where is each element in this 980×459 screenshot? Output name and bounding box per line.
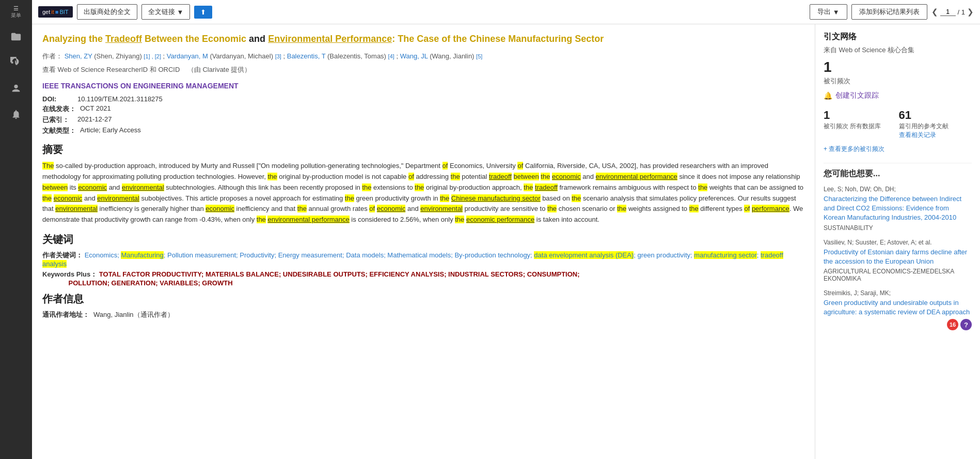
journal-name: IEEE TRANSACTIONS ON ENGINEERING MANAGEM… [42, 82, 804, 90]
recommend-item-1: Lee, S; Noh, DW; Oh, DH; Characterizing … [824, 186, 972, 232]
recommend-3-authors: Streimikis, J; Saraji, MK; [824, 289, 972, 297]
author3-refs[interactable]: [4] [388, 53, 394, 59]
person-icon[interactable] [8, 80, 24, 97]
prev-page-button[interactable]: ❮ [931, 7, 938, 17]
abstract-title: 摘要 [42, 143, 804, 157]
cited-records-link[interactable]: 查看相关记录 [899, 131, 972, 140]
citation-track-button[interactable]: 🔔 创建引文跟踪 [824, 91, 972, 100]
article-main: Analyzing the Tradeoff Between the Econo… [32, 24, 815, 459]
online-pub-row: 在线发表： OCT 2021 [42, 104, 804, 114]
publisher-fulltext-button[interactable]: 出版商处的全文 [77, 4, 137, 20]
toolbar: getit■BIT 出版商处的全文 全文链接 ▼ ⬆ 导出 ▼ 添加到标记结果列… [32, 0, 980, 24]
abstract-text: The so-called by-production approach, in… [42, 161, 804, 225]
citation-network-title: 引文网络 [824, 32, 972, 42]
notif-count: 16 [947, 319, 958, 330]
cited-label: 被引频次 [824, 76, 972, 86]
recommend-item-3: Streimikis, J; Saraji, MK; Green product… [824, 289, 972, 330]
menu-label: 菜单 [11, 12, 21, 19]
menu-button[interactable]: ☰ 菜单 [11, 5, 21, 19]
meta-table: DOI: 10.1109/TEM.2021.3118275 在线发表： OCT … [42, 95, 804, 135]
refs-item: 61 篇引用的参考文献 查看相关记录 [899, 109, 972, 142]
recommend-1-title[interactable]: Characterizing the Difference between In… [824, 194, 972, 223]
view-more-citations[interactable]: + 查看更多的被引频次 [824, 145, 972, 154]
recommend-title: 您可能也想要... [824, 169, 972, 179]
recommend-2-title[interactable]: Productivity of Estonian dairy farms dec… [824, 248, 972, 266]
help-icon[interactable]: ? [960, 319, 972, 330]
author-kw-line: 作者关键词： Economics; Manufacturing; Polluti… [42, 251, 804, 268]
author2-link[interactable]: Vardanyan, M [167, 52, 208, 60]
export-button[interactable]: 导出 ▼ [810, 4, 847, 20]
keywords-title: 关键词 [42, 233, 804, 247]
recommend-2-journal: AGRICULTURAL ECONOMICS-ZEMEDELSKA EKONOM… [824, 268, 972, 282]
article-title: Analyzing the Tradeoff Between the Econo… [42, 33, 804, 45]
add-to-list-button[interactable]: 添加到标记结果列表 [851, 4, 927, 20]
citation-grid: 1 被引频次 所有数据库 61 篇引用的参考文献 查看相关记录 [824, 109, 972, 142]
author2-refs[interactable]: [3] [275, 53, 281, 59]
author1-link[interactable]: Shen, ZY [65, 52, 92, 60]
kw-plus-line: Keywords Plus： TOTAL FACTOR PRODUCTIVITY… [42, 270, 804, 287]
from-wos-label: 来自 Web of Science 核心合集 [824, 45, 972, 55]
researcherid-line[interactable]: 查看 Web of Science ResearcherID 和 ORCID （… [42, 65, 804, 74]
history-icon[interactable] [8, 54, 24, 71]
recommend-1-authors: Lee, S; Noh, DW; Oh, DH; [824, 186, 972, 193]
author4-refs[interactable]: [5] [476, 53, 482, 59]
recommend-1-journal: SUSTAINABILITY [824, 224, 972, 232]
sidebar: ☰ 菜单 [0, 0, 32, 459]
right-panel: 引文网络 来自 Web of Science 核心合集 1 被引频次 🔔 创建引… [815, 24, 980, 459]
page-input[interactable] [940, 8, 956, 16]
corresp-row: 通讯作者地址： Wang, Jianlin（通讯作者） [42, 310, 804, 319]
getitbit-button[interactable]: getit■BIT [38, 6, 73, 18]
content-area: Analyzing the Tradeoff Between the Econo… [32, 24, 980, 459]
author-info: 作者信息 通讯作者地址： Wang, Jianlin（通讯作者） [42, 292, 804, 319]
author3-link[interactable]: Balezentis, T [287, 52, 326, 60]
cited-count: 1 [824, 59, 972, 75]
main-container: getit■BIT 出版商处的全文 全文链接 ▼ ⬆ 导出 ▼ 添加到标记结果列… [32, 0, 980, 459]
doc-type-row: 文献类型： Article; Early Access [42, 126, 804, 135]
author-info-title: 作者信息 [42, 292, 804, 306]
recommend-3-title[interactable]: Green productivity and undesirable outpu… [824, 298, 972, 317]
all-db-item: 1 被引频次 所有数据库 [824, 109, 897, 142]
bell-icon-small: 🔔 [824, 91, 832, 100]
fulltext-link-button[interactable]: 全文链接 ▼ [141, 4, 191, 20]
doi-row: DOI: 10.1109/TEM.2021.3118275 [42, 95, 804, 103]
recommend-2-authors: Vasiliev, N; Suuster, E; Astover, A; et … [824, 239, 972, 246]
author1-refs[interactable]: [1] , [2] [144, 53, 161, 59]
keywords-section: 作者关键词： Economics; Manufacturing; Polluti… [42, 251, 804, 287]
authors-line: 作者： Shen, ZY (Shen, Zhiyang) [1] , [2] ;… [42, 52, 804, 61]
bell-icon[interactable] [8, 106, 24, 123]
author4-link[interactable]: Wang, JL [400, 52, 428, 60]
folder-icon[interactable] [8, 28, 24, 45]
indexed-row: 已索引： 2021-12-27 [42, 115, 804, 125]
recommend-item-2: Vasiliev, N; Suuster, E; Astover, A; et … [824, 239, 972, 282]
upload-button[interactable]: ⬆ [194, 6, 212, 19]
next-page-button[interactable]: ❯ [967, 7, 974, 17]
pagination: ❮ / 1 ❯ [931, 7, 974, 17]
